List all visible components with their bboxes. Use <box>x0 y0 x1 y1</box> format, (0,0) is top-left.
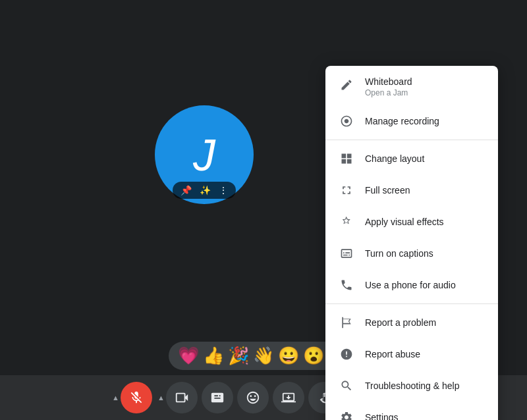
menu-item-whiteboard[interactable]: Whiteboard Open a Jam <box>325 68 498 105</box>
camera-button[interactable] <box>166 382 198 413</box>
camera-group: ▲ <box>156 382 198 413</box>
menu-item-settings[interactable]: Settings <box>325 402 498 420</box>
report-problem-label: Report a problem <box>365 317 436 328</box>
chevron-up-camera[interactable]: ▲ <box>156 394 166 402</box>
emoji-smile[interactable]: 😀 <box>278 346 299 366</box>
participant-controls: 📌 ✨ ⋮ <box>173 182 236 199</box>
chevron-up-mic[interactable]: ▲ <box>111 394 121 402</box>
avatar-letter: J <box>193 132 215 177</box>
menu-section-2: Change layout Full screen Apply visual e… <box>325 140 498 304</box>
mic-group: ▲ <box>111 382 152 413</box>
menu-item-report-problem[interactable]: Report a problem <box>325 307 498 338</box>
present-button[interactable] <box>273 382 304 413</box>
emoji-wow[interactable]: 😮 <box>303 346 324 366</box>
more-participant-icon[interactable]: ⋮ <box>216 184 231 197</box>
whiteboard-label: Whiteboard <box>365 76 412 87</box>
context-menu: Whiteboard Open a Jam Manage recording C… <box>325 66 498 420</box>
search-menu-icon <box>339 378 354 394</box>
captions-menu-label: Turn on captions <box>365 248 433 259</box>
pin-icon[interactable]: 📌 <box>178 184 194 197</box>
menu-section-3: Report a problem Report abuse Troublesho… <box>325 304 498 420</box>
menu-item-troubleshooting[interactable]: Troubleshooting & help <box>325 370 498 402</box>
gear-icon <box>339 409 354 420</box>
whiteboard-subtitle: Open a Jam <box>365 88 408 97</box>
menu-item-change-layout[interactable]: Change layout <box>325 143 498 174</box>
whiteboard-text: Whiteboard Open a Jam <box>365 76 412 97</box>
captions-button[interactable] <box>202 382 233 413</box>
manage-recording-label: Manage recording <box>365 116 439 126</box>
menu-item-report-abuse[interactable]: Report abuse <box>325 338 498 370</box>
troubleshooting-label: Troubleshooting & help <box>365 381 459 391</box>
record-icon <box>339 113 354 129</box>
layout-icon <box>339 151 354 167</box>
menu-item-phone-audio[interactable]: Use a phone for audio <box>325 269 498 301</box>
menu-item-captions[interactable]: Turn on captions <box>325 238 498 269</box>
alert-icon <box>339 346 354 362</box>
emoji-wave[interactable]: 👋 <box>253 346 274 366</box>
camera-off-icon <box>175 390 189 405</box>
whiteboard-icon <box>339 77 354 93</box>
phone-audio-label: Use a phone for audio <box>365 280 456 290</box>
settings-label: Settings <box>365 412 399 420</box>
emoji-thumbs-up[interactable]: 👍 <box>203 346 224 366</box>
emoji-heart[interactable]: 💗 <box>178 346 199 366</box>
flag-icon <box>339 315 354 330</box>
captions-menu-icon <box>339 246 354 261</box>
emoji-party[interactable]: 🎉 <box>228 346 249 366</box>
avatar-container: J 📌 ✨ ⋮ <box>155 105 254 204</box>
menu-section-1: Whiteboard Open a Jam Manage recording <box>325 66 498 140</box>
menu-item-visual-effects[interactable]: Apply visual effects <box>325 206 498 238</box>
captions-icon <box>210 390 225 405</box>
menu-item-full-screen[interactable]: Full screen <box>325 174 498 206</box>
menu-item-manage-recording[interactable]: Manage recording <box>325 105 498 137</box>
phone-menu-icon <box>339 277 354 293</box>
emoji-icon <box>246 390 260 405</box>
visual-effects-label: Apply visual effects <box>365 217 444 227</box>
report-abuse-label: Report abuse <box>365 349 420 359</box>
full-screen-label: Full screen <box>365 185 410 196</box>
sparkle-icon[interactable]: ✨ <box>197 184 213 197</box>
react-button[interactable] <box>237 382 269 413</box>
mic-off-icon <box>129 390 144 405</box>
mute-button[interactable] <box>121 382 152 413</box>
change-layout-label: Change layout <box>365 153 424 164</box>
fullscreen-icon <box>339 182 354 198</box>
present-icon <box>281 390 296 405</box>
sparkle-menu-icon <box>339 214 354 230</box>
